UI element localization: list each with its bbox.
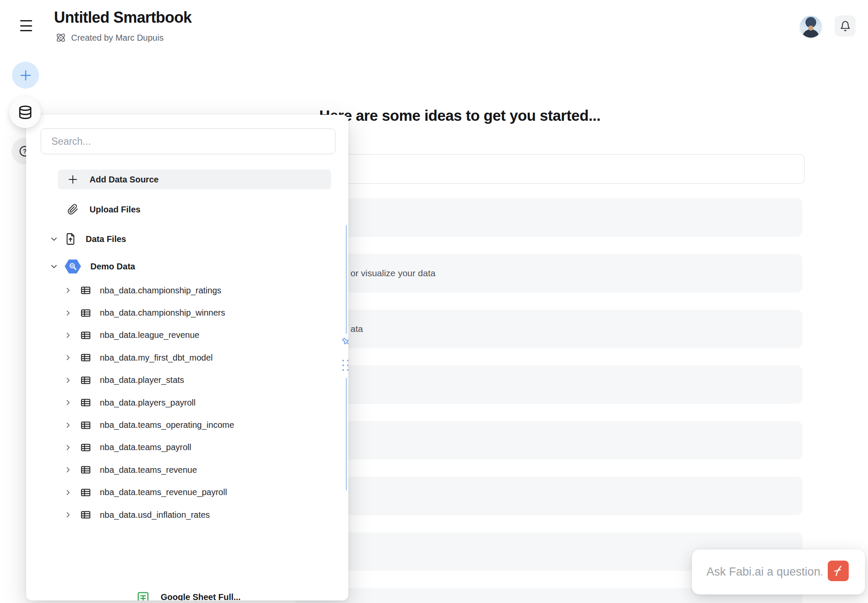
tree-item-label: nba_data.championship_ratings (100, 286, 221, 296)
table-icon (80, 397, 91, 408)
tree-item-table[interactable]: nba_data.usd_inflation_rates (26, 504, 343, 526)
idea-row-text: ata (350, 310, 363, 348)
add-data-source-label: Add Data Source (90, 175, 159, 185)
chevron-right-icon[interactable] (64, 398, 72, 407)
chevron-down-icon[interactable] (49, 262, 59, 271)
tree-item-label: nba_data.championship_winners (100, 308, 225, 318)
pin-icon[interactable] (340, 336, 348, 350)
tree-item-label: nba_data.my_first_dbt_model (100, 353, 213, 363)
table-icon (80, 375, 91, 386)
page-title: Untitled Smartbook (54, 9, 192, 27)
table-icon (80, 330, 91, 341)
tree-item-table[interactable]: nba_data.championship_winners (26, 302, 343, 324)
chevron-down-icon[interactable] (49, 234, 59, 244)
bigquery-icon (65, 260, 81, 274)
tree-item-table[interactable]: nba_data.championship_ratings (26, 279, 343, 302)
tree-section-label: Demo Data (90, 262, 135, 272)
chevron-right-icon[interactable] (64, 286, 72, 295)
chevron-right-icon[interactable] (64, 466, 72, 474)
created-by-text: Created by Marc Dupuis (71, 33, 164, 43)
created-by: Created by Marc Dupuis (55, 32, 164, 44)
tree-item-label: nba_data.league_revenue (100, 330, 199, 340)
fabi-submit-button[interactable] (828, 561, 849, 581)
data-sources-button[interactable] (9, 97, 41, 128)
upload-files-label: Upload Files (90, 205, 141, 215)
database-icon (18, 105, 33, 120)
chevron-right-icon[interactable] (64, 376, 72, 385)
handle-line (346, 378, 347, 490)
table-icon (80, 285, 91, 296)
table-icon (80, 352, 91, 363)
add-cell-button[interactable] (12, 62, 39, 89)
table-icon (80, 487, 91, 498)
tree-item-label: nba_data.player_stats (100, 375, 184, 385)
tree-item-label: nba_data.usd_inflation_rates (100, 510, 210, 520)
tree-item-table[interactable]: nba_data.league_revenue (26, 324, 343, 346)
fabi-logo-icon (831, 564, 846, 578)
notifications-button[interactable] (835, 15, 856, 36)
tree-item-table[interactable]: nba_data.teams_revenue (26, 459, 343, 481)
idea-row[interactable]: or visualize your data (296, 254, 802, 293)
handle-line (346, 225, 347, 334)
chevron-right-icon[interactable] (64, 510, 72, 519)
data-source-tree: Data Files Demo Data (26, 228, 343, 526)
ask-fabi-input[interactable] (706, 549, 822, 594)
table-icon (80, 509, 91, 520)
idea-row-text: or visualize your data (350, 254, 435, 293)
table-icon (80, 307, 91, 319)
chevron-right-icon[interactable] (64, 353, 72, 362)
tree-item-label: nba_data.players_payroll (100, 398, 196, 408)
plus-icon (67, 174, 78, 185)
table-icon (80, 464, 91, 475)
app-root: { "header": { "title": "Untitled Smartbo… (0, 0, 868, 603)
drag-handle-icon[interactable] (342, 360, 348, 371)
table-icon (80, 442, 91, 453)
tree-item-google-sheet[interactable]: Google Sheet Full... (137, 591, 241, 600)
idea-row[interactable] (296, 198, 802, 237)
tree-item-table[interactable]: nba_data.player_stats (26, 369, 343, 391)
idea-row[interactable] (296, 477, 802, 515)
search-input[interactable] (41, 128, 335, 154)
google-sheets-icon (137, 591, 150, 600)
tree-item-label: nba_data.teams_operating_income (100, 420, 234, 430)
idea-rows: or visualize your data ata (296, 0, 802, 603)
tree-item-label: nba_data.teams_payroll (100, 442, 191, 452)
chevron-right-icon[interactable] (64, 331, 72, 340)
tree-item-table[interactable]: nba_data.players_payroll (26, 391, 343, 414)
data-source-panel: Add Data Source Upload Files (26, 115, 348, 600)
chevron-right-icon[interactable] (64, 443, 72, 452)
tree-section-data-files[interactable]: Data Files (26, 228, 343, 250)
search-box (41, 128, 335, 154)
tree-section-demo-data[interactable]: Demo Data (26, 255, 343, 278)
ask-fabi-bar (692, 549, 865, 594)
hamburger-icon (20, 20, 35, 21)
upload-files-button[interactable]: Upload Files (58, 200, 331, 219)
bell-icon (840, 21, 851, 32)
paperclip-icon (67, 204, 78, 215)
chevron-right-icon[interactable] (64, 421, 72, 430)
add-data-source-button[interactable]: Add Data Source (58, 170, 331, 189)
idea-row[interactable] (296, 365, 802, 404)
file-upload-icon (65, 233, 76, 245)
tree-item-label: nba_data.teams_revenue_payroll (100, 487, 227, 497)
atom-icon (55, 32, 67, 44)
tree-section-label: Data Files (86, 234, 126, 244)
plus-icon (19, 69, 32, 82)
tree-item-label: nba_data.teams_revenue (100, 465, 197, 475)
menu-button[interactable] (20, 19, 35, 33)
idea-row[interactable]: ata (296, 310, 802, 348)
table-icon (80, 420, 91, 431)
tree-item-table[interactable]: nba_data.teams_revenue_payroll (26, 481, 343, 504)
panel-resize-handle[interactable] (341, 115, 348, 600)
tree-item-table[interactable]: nba_data.teams_payroll (26, 436, 343, 459)
tree-item-label: Google Sheet Full... (161, 591, 241, 600)
chevron-right-icon[interactable] (64, 488, 72, 497)
user-avatar[interactable] (800, 16, 822, 38)
idea-row[interactable] (296, 421, 802, 460)
table-list: nba_data.championship_ratings nba_data.c… (26, 279, 343, 526)
chevron-right-icon[interactable] (64, 309, 72, 317)
tree-item-table[interactable]: nba_data.teams_operating_income (26, 414, 343, 436)
tree-item-table[interactable]: nba_data.my_first_dbt_model (26, 346, 343, 369)
